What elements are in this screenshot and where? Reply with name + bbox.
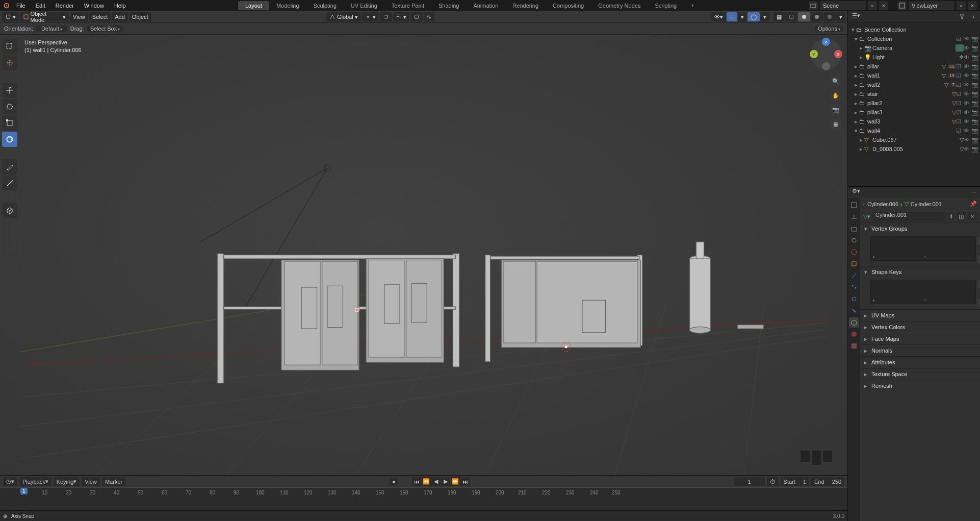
zoom-icon[interactable]: 🔍 (830, 76, 841, 87)
workspace-tab-shading[interactable]: Shading (431, 1, 466, 10)
panel-attributes[interactable]: ▸Attributes (860, 357, 980, 368)
mesh-users-count[interactable]: 4 (947, 213, 955, 220)
mesh-new-icon[interactable]: ◫ (957, 212, 966, 221)
tree-wall4[interactable]: wall4 (867, 128, 956, 134)
timeline-playback[interactable]: Playback ▾ (19, 477, 51, 486)
mesh-datablock-icon[interactable]: ▽▾ (863, 213, 870, 220)
menu-window[interactable]: Window (79, 0, 109, 11)
mode-select[interactable]: Object Mode ▾ (20, 12, 69, 21)
tab-constraint[interactable] (849, 306, 859, 316)
tree-pillar3[interactable]: pillar3 (867, 109, 952, 115)
panel-uv-maps[interactable]: ▸UV Maps (860, 310, 980, 321)
outliner-tree[interactable]: ▾🗁Scene Collection ▾🗀Collection☑👁📷 ▸📷Cam… (848, 23, 980, 156)
pan-icon[interactable]: ✋ (830, 90, 841, 101)
menu-select-3d[interactable]: Select (89, 12, 111, 21)
orientation-value[interactable]: Default (36, 26, 67, 32)
add-shapekey-button[interactable]: + (977, 280, 980, 288)
outliner-editor-icon[interactable]: ☰▾ (850, 12, 862, 21)
pivot-select[interactable]: ▾ (362, 12, 379, 21)
tab-viewlayer[interactable] (849, 224, 859, 234)
tree-stair[interactable]: stair (867, 91, 952, 97)
frame-range-icon[interactable]: ⏱ (767, 477, 779, 486)
perspective-icon[interactable]: ▦ (830, 118, 841, 130)
bc-mesh-name[interactable]: Cylinder.001 (911, 201, 942, 207)
tab-physics[interactable] (849, 294, 859, 304)
mesh-unlink-icon[interactable]: × (968, 212, 977, 221)
timeline-editor-icon[interactable]: ◷▾ (3, 477, 17, 486)
workspace-tab-layout[interactable]: Layout (238, 1, 269, 10)
panel-remesh[interactable]: ▸Remesh (860, 380, 980, 391)
proportional-select[interactable]: ∿ (424, 12, 434, 21)
visibility-select-icon[interactable]: 👁▾ (711, 12, 726, 21)
scene-name-field[interactable] (820, 1, 866, 10)
tree-pillar2[interactable]: pillar2 (867, 100, 952, 106)
workspace-tab-compositing[interactable]: Compositing (546, 1, 591, 10)
tree-cube067[interactable]: Cube.067 (872, 137, 960, 143)
vertex-groups-list[interactable]: +▾▸⠿ (870, 236, 976, 261)
panel-shape-keys[interactable]: ▾Shape Keys (860, 266, 980, 278)
proportional-toggle[interactable] (410, 12, 423, 21)
menu-add-3d[interactable]: Add (112, 12, 128, 21)
tool-annotate[interactable] (2, 159, 17, 175)
tab-mesh-data[interactable] (849, 317, 859, 328)
axis-z-icon[interactable]: Z (822, 38, 830, 46)
shapekey-menu-button[interactable]: ▾ (977, 299, 980, 307)
menu-object-3d[interactable]: Object (129, 12, 151, 21)
editor-type-icon[interactable]: ▾ (2, 12, 19, 21)
jump-end-icon[interactable]: ⏭ (460, 477, 470, 486)
scene-browse-icon[interactable] (809, 1, 818, 10)
shading-material[interactable] (811, 12, 823, 21)
overlay-toggle[interactable]: ◯ (747, 12, 760, 21)
workspace-tab-sculpting[interactable]: Sculpting (306, 1, 344, 10)
tool-move[interactable] (2, 83, 17, 98)
tab-texture[interactable] (849, 341, 859, 351)
drag-value[interactable]: Select Box (87, 26, 123, 32)
viewlayer-name-field[interactable] (909, 1, 955, 10)
menu-view-3d[interactable]: View (70, 12, 88, 21)
timeline-keying[interactable]: Keying ▾ (54, 477, 80, 486)
props-search[interactable] (864, 188, 967, 197)
menu-file[interactable]: File (11, 0, 31, 11)
tree-pillar[interactable]: pillar (867, 63, 942, 69)
shading-wire[interactable] (785, 12, 797, 21)
viewlayer-new-icon[interactable]: ▫ (957, 1, 966, 10)
tab-world[interactable] (849, 247, 859, 257)
keyframe-prev-icon[interactable]: ⏪ (422, 477, 431, 486)
viewlayer-browse-icon[interactable] (897, 1, 907, 10)
camera-view-icon[interactable]: 📷 (830, 104, 841, 115)
mesh-name-field[interactable]: Cylinder.001 (872, 212, 945, 221)
tool-select-box[interactable] (2, 39, 17, 54)
shading-options[interactable]: ▾ (836, 12, 845, 21)
panel-normals[interactable]: ▸Normals (860, 345, 980, 356)
panel-texture-space[interactable]: ▸Texture Space (860, 368, 980, 380)
snap-toggle[interactable] (380, 12, 392, 21)
xray-toggle[interactable]: ▦ (773, 12, 785, 21)
tool-scale[interactable] (2, 115, 17, 131)
axis-negz-icon[interactable] (822, 62, 830, 70)
props-options-icon[interactable]: ⋯ (969, 188, 978, 197)
timeline-view[interactable]: View (82, 477, 100, 486)
tree-scene-collection[interactable]: Scene Collection (864, 27, 978, 33)
timeline-marker[interactable]: Marker (102, 477, 125, 486)
tab-output[interactable] (849, 212, 859, 222)
workspace-add-button[interactable]: + (684, 1, 701, 10)
workspace-tab-geonodes[interactable]: Geometry Nodes (591, 1, 648, 10)
scene-new-icon[interactable]: ▫ (868, 1, 877, 10)
3d-viewport[interactable]: User Perspective (1) wall1 | Cylinder.00… (0, 35, 847, 475)
tree-wall2[interactable]: wall2 (867, 82, 944, 88)
shape-keys-list[interactable]: +▾▸⠿ (870, 280, 976, 304)
axis-y-icon[interactable]: Y (810, 50, 818, 58)
shading-rendered[interactable] (823, 12, 836, 21)
tool-transform[interactable] (2, 132, 17, 147)
tab-scene[interactable] (849, 235, 859, 245)
workspace-tab-rendering[interactable]: Rendering (505, 1, 546, 10)
workspace-tab-scripting[interactable]: Scripting (648, 1, 684, 10)
tree-camera[interactable]: Camera (872, 45, 956, 51)
tab-render[interactable] (849, 200, 859, 210)
playhead[interactable]: 1 (20, 488, 28, 494)
scene-delete-icon[interactable]: × (879, 1, 888, 10)
frame-ruler[interactable]: 1 10 20 30 40 50 60 70 80 90 100 110 120… (0, 487, 847, 510)
props-editor-icon[interactable]: ⚙▾ (850, 188, 862, 197)
tool-measure[interactable] (2, 176, 17, 191)
tree-collection[interactable]: Collection (867, 36, 956, 42)
